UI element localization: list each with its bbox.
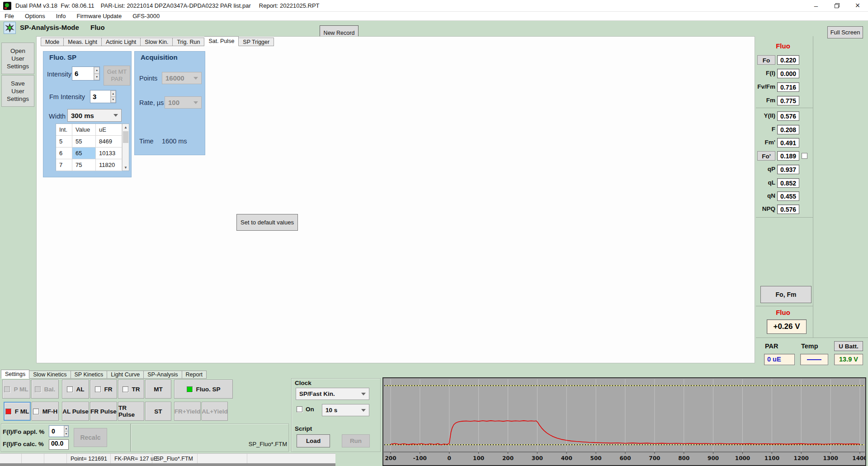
fluo-metric-qp-label: qP: [756, 166, 775, 172]
get-mt-par-button[interactable]: Get MT PAR: [104, 66, 130, 86]
view-tab-slow-kinetics[interactable]: Slow Kinetics: [29, 371, 71, 379]
view-tab-sp-analysis[interactable]: SP-Analysis: [144, 371, 182, 379]
scroll-up-icon[interactable]: ▲: [124, 124, 127, 130]
width-select[interactable]: 300 ms: [67, 109, 122, 122]
time-label: Time: [139, 138, 154, 145]
control-bal-button[interactable]: Bal.: [31, 380, 59, 399]
control-al-pulse-button[interactable]: AL Pulse: [62, 402, 89, 421]
sp-intensity-table: Int.ValueuE55584696651013377511820 ▲ ▼: [56, 124, 129, 171]
fo-fm-button[interactable]: Fo, Fm: [760, 286, 811, 303]
control-tr-pulse-button[interactable]: TR Pulse: [118, 402, 144, 421]
menu-options[interactable]: Options: [25, 13, 45, 19]
intensity-down-arrow-icon[interactable]: ▼: [94, 74, 99, 81]
view-tab-report[interactable]: Report: [182, 371, 207, 379]
width-label: Width: [49, 113, 66, 120]
menu-file[interactable]: File: [5, 13, 14, 19]
tr-checkbox[interactable]: [123, 386, 128, 392]
control-mf-h-button[interactable]: MF-H: [32, 402, 59, 421]
scrollbar-thumb[interactable]: [123, 131, 128, 143]
fifo-down-arrow-icon[interactable]: ▼: [64, 431, 68, 437]
scroll-down-icon[interactable]: ▼: [124, 164, 127, 171]
selected-cell[interactable]: 65: [72, 147, 96, 159]
view-tab-light-curve[interactable]: Light Curve: [107, 371, 144, 379]
fluo-metric-npq-label: NPQ: [756, 205, 775, 212]
control-fr-yield-button[interactable]: FR+Yield: [174, 402, 201, 421]
menu-firmware-update[interactable]: Firmware Update: [76, 13, 122, 19]
p-ml-checkbox[interactable]: [4, 386, 10, 392]
close-button[interactable]: ×: [847, 0, 868, 12]
x-tick-label: 0: [448, 455, 451, 461]
fifo-appl-input[interactable]: [49, 426, 64, 437]
clock-mode-select[interactable]: SP/Fast Kin.: [296, 388, 369, 400]
fm-intensity-down-arrow-icon[interactable]: ▼: [111, 97, 116, 103]
table-cell[interactable]: 5: [56, 136, 72, 147]
fifo-up-arrow-icon[interactable]: ▲: [64, 426, 68, 431]
intensity-up-arrow-icon[interactable]: ▲: [94, 67, 99, 74]
fifo-appl-stepper[interactable]: ▲▼: [49, 425, 69, 437]
table-scrollbar[interactable]: ▲ ▼: [122, 124, 129, 171]
al-checkbox[interactable]: [67, 386, 73, 392]
tab-sat-pulse[interactable]: Sat. Pulse: [204, 36, 239, 46]
intensity-input[interactable]: [72, 67, 94, 80]
mf-h-checkbox[interactable]: [33, 409, 39, 414]
intensity-stepper[interactable]: ▲▼: [72, 67, 100, 81]
table-cell[interactable]: 6: [56, 147, 72, 159]
table-cell[interactable]: 75: [72, 159, 96, 171]
window-title: Dual PAM v3.18 Fw: 08.06.11 PAR-List: 20…: [15, 2, 320, 9]
tab-sp-trigger[interactable]: SP Trigger: [239, 38, 274, 46]
control-st-button[interactable]: ST: [145, 402, 171, 421]
control-fluo-sp-button[interactable]: Fluo. SP: [174, 380, 233, 399]
save-user-settings-button[interactable]: Save User Settings: [1, 75, 34, 107]
fr-checkbox[interactable]: [95, 386, 101, 392]
control-tr-button[interactable]: TR: [118, 380, 144, 399]
time-value: 1600 ms: [162, 138, 187, 145]
fluo-metric-fo-button[interactable]: Fo: [757, 55, 775, 65]
recalc-button[interactable]: Recalc: [74, 428, 107, 447]
control-al-yield-button[interactable]: AL+Yield: [202, 402, 228, 421]
control-fr-pulse-button[interactable]: FR Pulse: [90, 402, 117, 421]
fm-intensity-stepper[interactable]: ▲▼: [90, 90, 116, 103]
control-al-button[interactable]: AL: [62, 380, 89, 399]
control-label: TR Pulse: [118, 404, 144, 418]
tab-actinic-light[interactable]: Actinic Light: [102, 38, 141, 46]
clock-title: Clock: [295, 380, 311, 386]
table-row: 66510133: [56, 147, 122, 159]
restore-button[interactable]: [826, 0, 847, 12]
fluo-sp-checkbox[interactable]: [187, 386, 193, 392]
tab-trig-run[interactable]: Trig. Run: [173, 38, 204, 46]
tab-mode[interactable]: Mode: [41, 38, 64, 46]
control-f-ml-button[interactable]: F ML: [4, 402, 31, 421]
view-tab-sp-kinetics[interactable]: SP Kinetics: [71, 371, 108, 379]
fluo-value-fm: 0.775: [777, 96, 799, 105]
clock-on-checkbox[interactable]: [297, 406, 302, 412]
open-user-settings-button[interactable]: Open User Settings: [1, 43, 34, 74]
bal-checkbox[interactable]: [35, 386, 41, 392]
fluo-row-qp: qP0.937: [756, 165, 813, 176]
f-ml-checkbox[interactable]: [5, 409, 11, 414]
set-default-values-button[interactable]: Set to default values: [236, 214, 298, 231]
table-cell[interactable]: 55: [72, 136, 96, 147]
script-run-button[interactable]: Run: [342, 434, 370, 447]
table-cell[interactable]: 7: [56, 159, 72, 171]
menu-gfs-3000[interactable]: GFS-3000: [132, 13, 160, 19]
tab-meas-light[interactable]: Meas. Light: [64, 38, 102, 46]
script-load-button[interactable]: Load: [297, 434, 330, 447]
fm-intensity-up-arrow-icon[interactable]: ▲: [111, 90, 116, 97]
fo-prime-checkbox[interactable]: [802, 153, 807, 159]
clock-interval-select[interactable]: 10 s: [322, 404, 369, 416]
control-mt-button[interactable]: MT: [145, 380, 171, 399]
table-cell[interactable]: 10133: [96, 147, 122, 159]
minimize-button[interactable]: –: [806, 0, 826, 12]
full-screen-button[interactable]: Full Screen: [827, 26, 863, 38]
table-cell[interactable]: 8469: [96, 136, 122, 147]
tab-slow-kin[interactable]: Slow Kin.: [141, 38, 173, 46]
clock-interval-value: 10 s: [326, 407, 337, 414]
ubatt-button[interactable]: U Batt.: [834, 341, 863, 351]
view-tab-settings[interactable]: Settings: [1, 370, 29, 379]
fluo-metric-fo-button[interactable]: Fo': [757, 151, 775, 161]
fm-intensity-input[interactable]: [90, 90, 110, 103]
control-fr-button[interactable]: FR: [90, 380, 117, 399]
menu-info[interactable]: Info: [56, 13, 66, 19]
control-p-ml-button[interactable]: P ML: [2, 380, 30, 399]
table-cell[interactable]: 11820: [96, 159, 122, 171]
